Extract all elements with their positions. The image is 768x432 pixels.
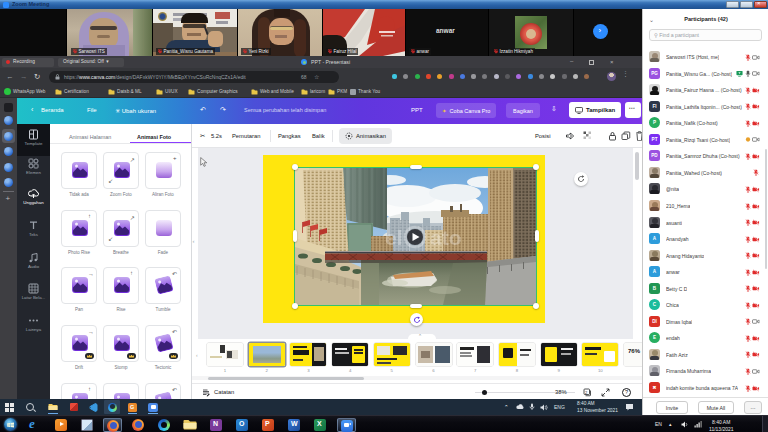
- svg-text:2: 2: [585, 390, 588, 395]
